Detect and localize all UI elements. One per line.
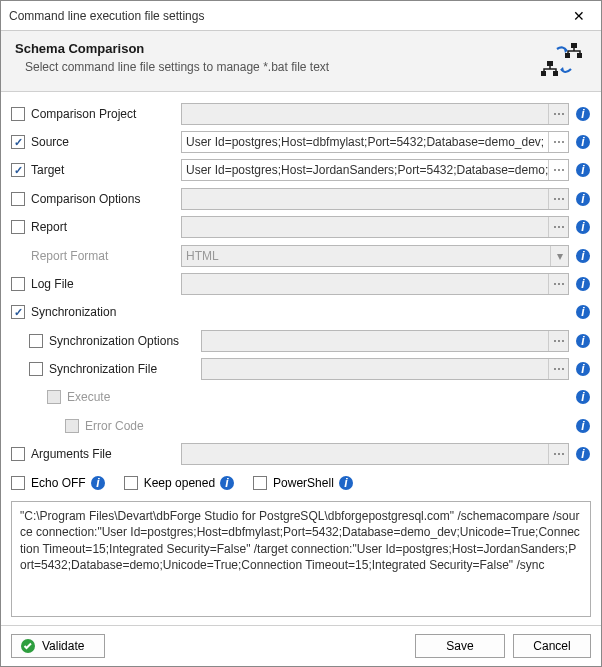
- info-icon[interactable]: i: [575, 333, 591, 349]
- info-icon[interactable]: i: [338, 475, 354, 491]
- titlebar: Command line execution file settings ✕: [1, 1, 601, 31]
- label-echo-off: Echo OFF: [31, 476, 86, 490]
- label-sync-file: Synchronization File: [49, 362, 201, 376]
- info-icon[interactable]: i: [575, 134, 591, 150]
- field-arguments-file[interactable]: ⋯: [181, 443, 569, 465]
- browse-icon[interactable]: ⋯: [548, 331, 568, 351]
- label-sync-options: Synchronization Options: [49, 334, 201, 348]
- row-source: Source User Id=postgres;Host=dbfmylast;P…: [11, 128, 591, 155]
- content: Comparison Project ⋯ i Source User Id=po…: [1, 92, 601, 625]
- row-report-format: Report Format HTML▾ i: [11, 242, 591, 269]
- checkbox-report[interactable]: [11, 220, 25, 234]
- browse-icon[interactable]: ⋯: [548, 132, 568, 152]
- info-icon[interactable]: i: [575, 446, 591, 462]
- label-target: Target: [31, 163, 181, 177]
- label-log-file: Log File: [31, 277, 181, 291]
- row-execute: Execute i: [11, 384, 591, 411]
- field-comparison-options[interactable]: ⋯: [181, 188, 569, 210]
- field-source[interactable]: User Id=postgres;Host=dbfmylast;Port=543…: [181, 131, 569, 153]
- info-icon[interactable]: i: [575, 389, 591, 405]
- field-log-file[interactable]: ⋯: [181, 273, 569, 295]
- header-title: Schema Comparison: [15, 41, 539, 56]
- checkbox-powershell[interactable]: [253, 476, 267, 490]
- browse-icon[interactable]: ⋯: [548, 104, 568, 124]
- info-icon[interactable]: i: [575, 191, 591, 207]
- checkbox-arguments-file[interactable]: [11, 447, 25, 461]
- svg-rect-3: [547, 61, 553, 66]
- svg-rect-1: [565, 53, 570, 58]
- browse-icon[interactable]: ⋯: [548, 359, 568, 379]
- info-icon[interactable]: i: [575, 418, 591, 434]
- footer: Validate Save Cancel: [1, 625, 601, 666]
- checkbox-echo-off[interactable]: [11, 476, 25, 490]
- field-report[interactable]: ⋯: [181, 216, 569, 238]
- info-icon[interactable]: i: [575, 361, 591, 377]
- row-log-file: Log File ⋯ i: [11, 270, 591, 297]
- svg-rect-0: [571, 43, 577, 48]
- row-arguments-file: Arguments File ⋯ i: [11, 441, 591, 468]
- checkbox-keep-opened[interactable]: [124, 476, 138, 490]
- checkbox-synchronization[interactable]: [11, 305, 25, 319]
- options-row: Echo OFF i Keep opened i PowerShell i: [11, 469, 591, 496]
- info-icon[interactable]: i: [575, 248, 591, 264]
- row-error-code: Error Code i: [11, 412, 591, 439]
- svg-rect-4: [541, 71, 546, 76]
- browse-icon[interactable]: ⋯: [548, 274, 568, 294]
- checkbox-log-file[interactable]: [11, 277, 25, 291]
- browse-icon[interactable]: ⋯: [548, 217, 568, 237]
- header: Schema Comparison Select command line fi…: [1, 31, 601, 92]
- row-report: Report ⋯ i: [11, 214, 591, 241]
- cancel-button[interactable]: Cancel: [513, 634, 591, 658]
- checkbox-target[interactable]: [11, 163, 25, 177]
- label-comparison-options: Comparison Options: [31, 192, 181, 206]
- checkbox-comparison-project[interactable]: [11, 107, 25, 121]
- label-report: Report: [31, 220, 181, 234]
- row-comparison-project: Comparison Project ⋯ i: [11, 100, 591, 127]
- label-keep-opened: Keep opened: [144, 476, 215, 490]
- schema-compare-icon: [539, 41, 587, 79]
- row-synchronization: Synchronization i: [11, 299, 591, 326]
- check-circle-icon: [20, 638, 36, 654]
- checkbox-execute: [47, 390, 61, 404]
- label-synchronization: Synchronization: [31, 305, 569, 319]
- browse-icon[interactable]: ⋯: [548, 444, 568, 464]
- checkbox-sync-file[interactable]: [29, 362, 43, 376]
- label-comparison-project: Comparison Project: [31, 107, 181, 121]
- window-title: Command line execution file settings: [9, 9, 565, 23]
- info-icon[interactable]: i: [90, 475, 106, 491]
- validate-button[interactable]: Validate: [11, 634, 105, 658]
- browse-icon[interactable]: ⋯: [548, 189, 568, 209]
- checkbox-source[interactable]: [11, 135, 25, 149]
- checkbox-error-code: [65, 419, 79, 433]
- command-preview[interactable]: "C:\Program Files\Devart\dbForge Studio …: [11, 501, 591, 617]
- info-icon[interactable]: i: [219, 475, 235, 491]
- chevron-down-icon[interactable]: ▾: [550, 246, 568, 266]
- svg-rect-5: [553, 71, 558, 76]
- info-icon[interactable]: i: [575, 106, 591, 122]
- svg-rect-2: [577, 53, 582, 58]
- close-button[interactable]: ✕: [565, 2, 593, 30]
- info-icon[interactable]: i: [575, 276, 591, 292]
- save-button[interactable]: Save: [415, 634, 505, 658]
- label-arguments-file: Arguments File: [31, 447, 181, 461]
- label-source: Source: [31, 135, 181, 149]
- checkbox-comparison-options[interactable]: [11, 192, 25, 206]
- info-icon[interactable]: i: [575, 304, 591, 320]
- row-sync-options: Synchronization Options ⋯ i: [11, 327, 591, 354]
- info-icon[interactable]: i: [575, 162, 591, 178]
- row-target: Target User Id=postgres;Host=JordanSande…: [11, 157, 591, 184]
- field-target[interactable]: User Id=postgres;Host=JordanSanders;Port…: [181, 159, 569, 181]
- checkbox-sync-options[interactable]: [29, 334, 43, 348]
- field-sync-file[interactable]: ⋯: [201, 358, 569, 380]
- info-icon[interactable]: i: [575, 219, 591, 235]
- row-comparison-options: Comparison Options ⋯ i: [11, 185, 591, 212]
- browse-icon[interactable]: ⋯: [548, 160, 568, 180]
- field-report-format[interactable]: HTML▾: [181, 245, 569, 267]
- field-sync-options[interactable]: ⋯: [201, 330, 569, 352]
- label-error-code: Error Code: [85, 419, 569, 433]
- row-sync-file: Synchronization File ⋯ i: [11, 355, 591, 382]
- label-execute: Execute: [67, 390, 569, 404]
- label-report-format: Report Format: [31, 249, 181, 263]
- field-comparison-project[interactable]: ⋯: [181, 103, 569, 125]
- label-powershell: PowerShell: [273, 476, 334, 490]
